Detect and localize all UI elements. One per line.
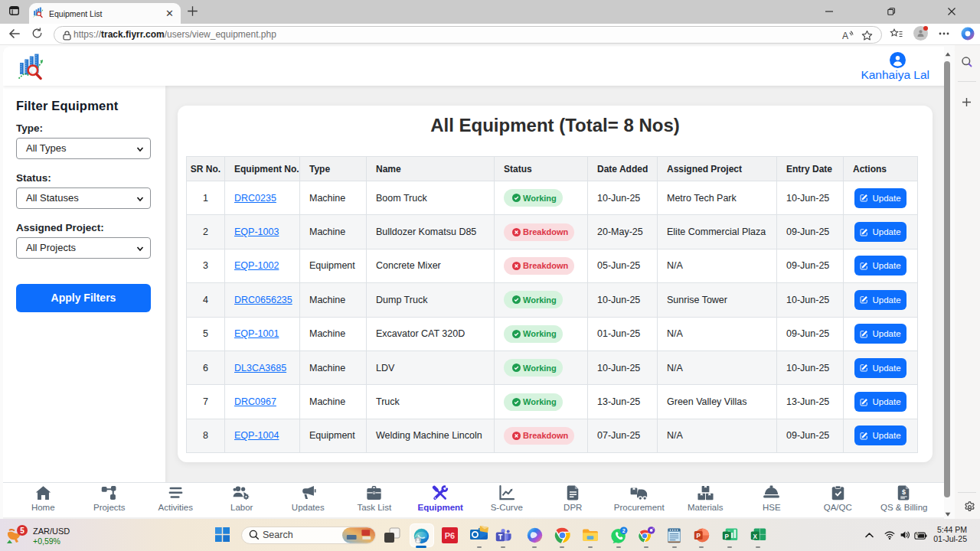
svg-text:$: $ bbox=[902, 488, 906, 496]
svg-text:5: 5 bbox=[20, 527, 24, 535]
svg-text:X: X bbox=[753, 533, 757, 540]
svg-text:A: A bbox=[842, 31, 848, 41]
svg-text:2: 2 bbox=[622, 528, 626, 533]
svg-text:P: P bbox=[724, 533, 729, 540]
svg-text:P6: P6 bbox=[445, 531, 455, 540]
svg-text:P: P bbox=[696, 533, 701, 540]
